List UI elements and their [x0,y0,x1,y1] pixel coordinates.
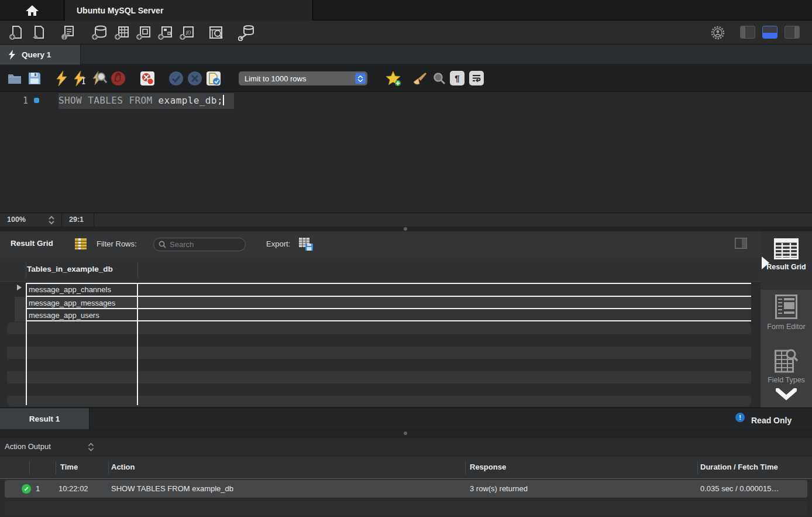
save-icon[interactable] [26,70,43,87]
new-snippet-icon[interactable] [386,70,402,87]
col-duration[interactable]: Duration / Fetch Time [700,463,778,471]
sidebar-item-label: Form Editor [761,323,812,331]
code-line[interactable]: SHOW TABLES FROM example_db; [59,95,224,106]
sidebar-scroll-down-icon[interactable] [776,388,797,401]
table-row[interactable]: message_app_messages [26,297,751,309]
sidebar-item-field-types[interactable]: Field Types [761,348,812,385]
toggle-autocommit-icon[interactable] [205,70,222,87]
row-gutter-cell[interactable] [15,309,26,321]
execute-icon[interactable] [53,70,70,87]
grid-columns-icon[interactable] [75,238,87,249]
editor-results-splitter[interactable] [0,227,812,231]
sidebar-item-result-grid[interactable]: Result Grid [761,238,812,272]
new-schema-icon[interactable] [91,24,108,42]
toggle-stop-on-error-icon[interactable] [139,70,156,87]
filter-rows-label: Filter Rows: [97,239,137,248]
export-icon[interactable] [299,238,314,251]
result-grid-body[interactable]: message_app_channels message_app_message… [0,282,761,408]
new-view-icon[interactable] [135,24,152,42]
caret-position: 29:1 [69,215,84,224]
result-sidebar: Result Grid Form Editor Field Types [761,231,812,408]
info-glyph: ! [735,413,745,422]
read-only-badge-icon: ! [735,413,745,422]
invisibles-icon[interactable]: ¶ [450,71,465,85]
filter-search-box[interactable] [153,238,246,251]
pilcrow-glyph: ¶ [455,73,459,83]
table-row[interactable]: message_app_users [26,309,751,321]
search-input[interactable] [170,240,234,249]
query-tab[interactable]: Query 1 [0,45,81,64]
new-procedure-icon[interactable] [156,24,174,42]
result-grid-toolbar: Result Grid Filter Rows: Export: [0,231,812,258]
result-tab-label: Result 1 [29,415,60,423]
export-label: Export: [266,239,290,248]
splitter-handle-dot [404,227,407,231]
result-tab-bar: Result 1 ! Read Only [0,408,812,429]
search-data-icon[interactable] [208,24,225,42]
results-output-splitter[interactable] [0,429,812,438]
toggle-sidebar-icon[interactable] [735,238,747,249]
col-time[interactable]: Time [60,463,78,471]
home-tab[interactable] [0,0,64,20]
main-toolbar: i f() [0,21,812,44]
col-action[interactable]: Action [111,463,135,471]
row-response: 3 row(s) returned [470,484,528,493]
open-script-icon[interactable] [30,24,47,42]
workbench-gear-icon[interactable] [709,24,727,42]
open-file-icon[interactable] [6,70,23,87]
dropdown-stepper-icon [355,73,366,84]
action-output-title: Action Output [5,442,51,451]
row-gutter-cell[interactable] [15,297,26,309]
explain-icon[interactable] [91,70,108,87]
new-function-icon[interactable]: f() [178,24,195,42]
sql-identifier: example_db; [159,95,223,106]
read-only-label: Read Only [751,416,792,425]
new-query-tab-icon[interactable] [8,24,25,42]
action-output-panel: Action Output Time Action Response Durat… [0,438,812,517]
rollback-icon[interactable] [187,70,203,87]
stop-icon[interactable] [110,70,126,87]
col-response[interactable]: Response [470,463,506,471]
zoom-stepper[interactable] [48,215,55,225]
connection-tab[interactable]: Ubuntu MySQL Server [65,0,313,20]
inspector-doc-icon[interactable]: i [59,24,77,42]
search-icon [159,241,166,248]
result-grid-icon [774,238,799,259]
line-number: 1 [14,95,28,106]
toggle-left-panel-icon[interactable] [740,26,755,39]
text-caret [223,95,224,105]
action-output-row[interactable]: ✓ 1 10:22:02 SHOW TABLES FROM example_db… [5,480,807,498]
find-icon[interactable] [431,70,448,87]
wrap-text-icon[interactable] [469,71,484,85]
db-utilities-icon[interactable] [238,24,256,42]
column-header-tables-in-example-db[interactable]: Tables_in_example_db [27,265,113,273]
zoom-level: 100% [7,215,26,224]
empty-rows-stripes [7,322,751,406]
table-row[interactable]: message_app_channels [26,283,751,296]
query-tab-strip: Query 1 [0,45,812,64]
new-table-icon[interactable] [113,24,130,42]
toggle-right-panel-icon[interactable] [785,26,800,39]
output-selector-stepper[interactable] [88,443,94,451]
sidebar-item-form-editor[interactable]: Form Editor [761,295,812,331]
home-icon [25,5,39,16]
connection-tab-strip: Ubuntu MySQL Server [0,0,812,20]
query-toolbar: Limit to 1000 rows ¶ [0,65,812,92]
limit-rows-dropdown[interactable]: Limit to 1000 rows [239,71,367,85]
result-1-tab[interactable]: Result 1 [0,408,90,429]
empty-output-stripe [5,501,807,515]
query-tab-label: Query 1 [22,50,51,59]
beautify-icon[interactable] [412,70,428,87]
execute-statement-icon[interactable] [73,70,89,87]
action-output-header: Time Action Response Duration / Fetch Ti… [0,457,812,479]
svg-text:f(): f() [186,29,191,35]
editor-status-bar: 100% 29:1 [0,213,812,227]
query-bolt-icon [8,50,16,60]
sidebar-item-label: Field Types [761,376,812,385]
commit-icon[interactable] [168,70,184,87]
row-time: 10:22:02 [59,484,88,493]
toggle-bottom-panel-icon[interactable] [762,26,777,39]
sql-editor[interactable]: 1 SHOW TABLES FROM example_db; [0,93,812,213]
row-action: SHOW TABLES FROM example_db [111,484,233,493]
mysql-workbench-window: Ubuntu MySQL Server i f() [0,0,812,517]
